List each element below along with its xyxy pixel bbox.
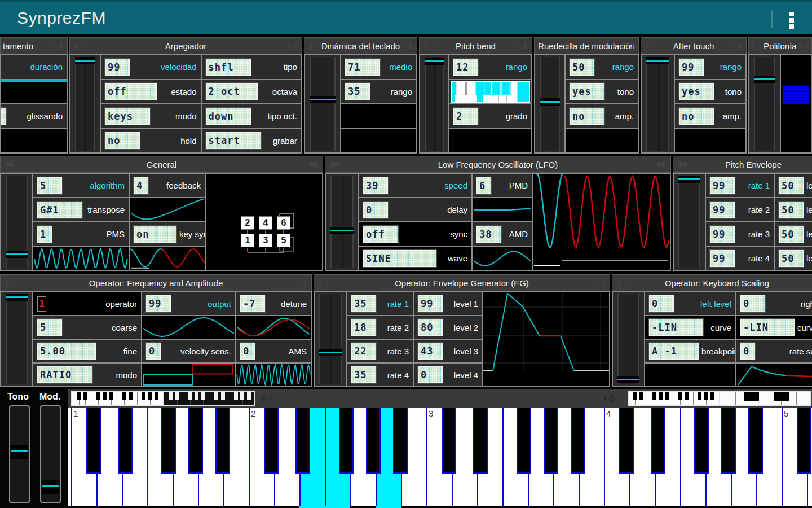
prev-panel-icon[interactable]: ⇦ — [308, 38, 319, 54]
lcd-fine[interactable]: 5.00 — [37, 343, 96, 360]
key-Gs4[interactable] — [721, 408, 736, 474]
key-Fs3[interactable] — [517, 408, 531, 474]
lcd-wave[interactable]: SINE — [363, 250, 436, 267]
lcd-eg-level3[interactable]: 43 — [418, 343, 443, 360]
lcd-at-rango[interactable]: 99 — [679, 59, 704, 76]
lcd-pe-level2[interactable]: 50 — [779, 202, 804, 218]
prev-panel-icon[interactable]: ⇦ — [677, 156, 687, 172]
lcd-eg-rate1[interactable]: 35 — [351, 295, 376, 312]
key-Gs2[interactable] — [366, 408, 381, 474]
prev-panel-icon[interactable]: ⇦ — [539, 38, 549, 54]
key-Cs3[interactable] — [442, 408, 456, 474]
lcd-op-modo[interactable]: RATIO — [37, 366, 92, 383]
lcd-modo[interactable]: keys — [105, 108, 150, 125]
lcd-eg-rate3[interactable]: 22 — [351, 343, 376, 360]
pitch-wheel[interactable] — [9, 405, 30, 503]
panel-scrollbar[interactable] — [70, 55, 100, 152]
lcd-pe-rate4[interactable]: 99 — [710, 250, 735, 267]
lcd-hold[interactable]: no — [105, 132, 140, 149]
next-panel-icon[interactable]: ⇨ — [308, 156, 319, 172]
prev-panel-icon[interactable]: ⇦ — [5, 156, 15, 172]
prev-panel-icon[interactable]: ⇦ — [329, 156, 339, 172]
prev-panel-icon[interactable]: ⇦ — [5, 275, 15, 291]
lcd-left-level[interactable]: 0 — [649, 295, 674, 312]
lcd-right-curve[interactable]: -LIN — [740, 319, 795, 336]
duracion-slider[interactable] — [1, 80, 67, 104]
lcd-medio[interactable]: 71 — [345, 59, 380, 76]
lcd-mod-amp[interactable]: no — [570, 108, 604, 125]
key-Fs1[interactable] — [161, 408, 176, 474]
key-As3[interactable] — [571, 408, 585, 474]
lcd-coarse[interactable]: 5 — [37, 319, 62, 336]
mod-wheel[interactable] — [40, 405, 61, 503]
lcd-bend-rango[interactable]: 12 — [453, 59, 478, 76]
lcd-left-curve[interactable]: -LIN — [649, 319, 703, 336]
lcd-detune[interactable]: -7 — [240, 295, 265, 312]
lcd-eg-level1[interactable]: 99 — [418, 295, 443, 312]
panel-scrollbar[interactable] — [674, 174, 705, 270]
prev-panel-icon[interactable]: ⇦ — [751, 38, 761, 54]
key-Cs1[interactable] — [86, 408, 101, 474]
lcd-velocity-sens[interactable]: 0 — [146, 343, 161, 360]
panel-scrollbar[interactable] — [420, 55, 448, 152]
key-As2[interactable] — [393, 408, 408, 474]
panel-scrollbar[interactable] — [326, 174, 358, 270]
panel-scrollbar[interactable] — [535, 55, 564, 152]
led-operator[interactable]: 1 — [37, 296, 46, 312]
next-panel-icon[interactable]: ⇨ — [403, 38, 413, 54]
next-panel-icon[interactable]: ⇨ — [732, 38, 742, 54]
lcd-breakpoint[interactable]: A -1 — [649, 343, 699, 360]
next-panel-icon[interactable]: ⇨ — [288, 38, 298, 54]
keyboard-overview-left[interactable] — [71, 391, 255, 406]
lcd-eg-level4[interactable]: 0 — [418, 366, 443, 383]
lcd-transpose[interactable]: G#1 — [37, 202, 82, 218]
next-panel-icon[interactable]: ⇨ — [800, 38, 810, 54]
lcd-pms[interactable]: 1 — [37, 226, 52, 243]
key-Gs1[interactable] — [188, 408, 203, 474]
next-panel-icon[interactable]: ⇨ — [518, 38, 528, 54]
lcd-eg-level2[interactable]: 80 — [418, 319, 443, 336]
panel-scrollbar[interactable] — [315, 292, 346, 386]
lcd-pmd[interactable]: 6 — [476, 177, 491, 194]
scroll-right-icon[interactable]: ⇨ — [604, 389, 616, 408]
prev-panel-icon[interactable]: ⇦ — [645, 38, 655, 54]
panel-scrollbar[interactable] — [749, 55, 780, 152]
prev-panel-icon[interactable]: ⇦ — [423, 38, 434, 54]
lcd-eg-rate2[interactable]: 18 — [351, 319, 376, 336]
key-Ds4[interactable] — [651, 408, 665, 474]
lcd-sync[interactable]: off — [363, 226, 398, 243]
panel-scrollbar[interactable] — [1, 174, 32, 270]
panel-scrollbar[interactable] — [1, 292, 32, 386]
scroll-left-icon[interactable]: ⇦ — [261, 389, 272, 408]
lcd-at-tono[interactable]: yes — [679, 83, 714, 100]
lcd-rate-sc[interactable]: 0 — [740, 343, 755, 360]
lcd-output[interactable]: 99 — [146, 295, 171, 312]
lcd-pe-rate1[interactable]: 99 — [710, 177, 735, 194]
lcd-rango[interactable]: 35 — [345, 83, 370, 100]
lcd-key-sync[interactable]: on — [134, 226, 176, 243]
lcd-pe-rate2[interactable]: 99 — [710, 202, 735, 218]
panel-scrollbar[interactable] — [642, 55, 674, 152]
lcd-pe-level3[interactable]: 50 — [779, 226, 804, 243]
lcd-grado[interactable]: 2 — [453, 108, 478, 125]
lcd-grabar[interactable]: start — [206, 132, 261, 149]
overflow-menu-icon[interactable] — [789, 12, 795, 29]
key-Cs5[interactable] — [797, 408, 811, 474]
prev-panel-icon[interactable]: ⇦ — [616, 275, 626, 291]
lcd-eg-rate4[interactable]: 35 — [351, 366, 376, 383]
lcd-at-amp[interactable]: no — [679, 108, 714, 125]
panel-scrollbar[interactable] — [613, 292, 644, 386]
lcd-ams[interactable]: 0 — [240, 343, 255, 360]
next-panel-icon[interactable]: ⇨ — [297, 275, 307, 291]
main-keyboard[interactable]: 12345 — [68, 408, 812, 506]
lcd-delay[interactable]: 0 — [363, 202, 388, 218]
key-As1[interactable] — [215, 408, 230, 474]
lcd-octava[interactable]: 2 oct — [206, 83, 258, 100]
next-panel-icon[interactable]: ⇨ — [53, 38, 63, 54]
lcd-speed[interactable]: 39 — [363, 177, 388, 194]
prev-panel-icon[interactable]: ⇦ — [318, 275, 328, 291]
key-As4[interactable] — [748, 408, 763, 474]
lcd-mod-rango[interactable]: 50 — [570, 59, 594, 76]
lcd-right-level[interactable]: 0 — [740, 295, 765, 312]
lcd-tipo-oct[interactable]: down — [206, 108, 251, 125]
